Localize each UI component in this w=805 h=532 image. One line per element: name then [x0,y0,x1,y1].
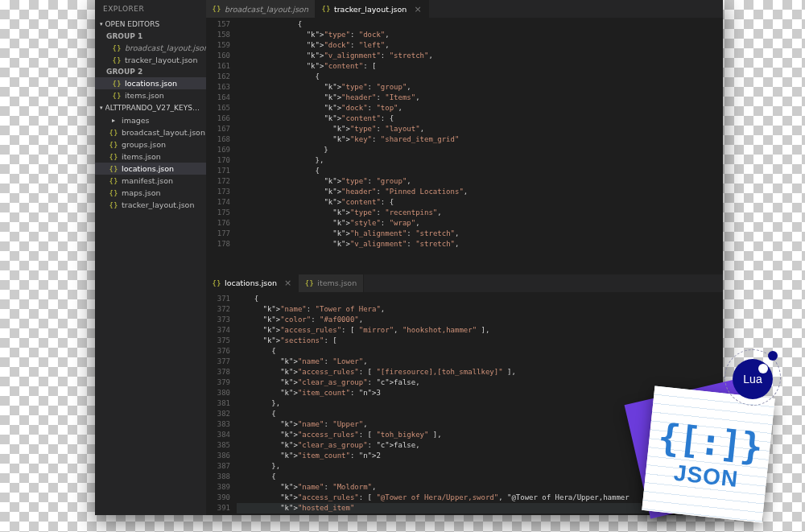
lua-planet: Lua [733,359,773,399]
open-editors-header[interactable]: ▾ OPEN EDITORS [95,18,206,31]
project-file[interactable]: {} locations.json [95,163,206,175]
project-header[interactable]: ▾ ALTTPRANDO_V27_KEYSANITY_LI… [95,101,206,114]
code-pane-top[interactable]: 157 158 159 160 161 162 163 164 165 166 … [206,18,723,274]
json-icon: {} [109,141,118,149]
close-icon[interactable]: × [414,4,421,14]
json-icon: {} [109,189,118,197]
chevron-right-icon: ▸ [109,117,118,125]
project-file[interactable]: {} manifest.json [95,175,206,187]
json-icon: {} [113,44,121,52]
close-icon[interactable]: × [284,278,291,288]
file-name: groups.json [122,140,166,149]
tab-broadcast-layout[interactable]: {} broadcast_layout.json [206,0,316,18]
line-gutter: 157 158 159 160 161 162 163 164 165 166 … [206,18,237,274]
tab-bar-bottom: {} locations.json × {} items.json [206,274,723,292]
project-file[interactable]: {} groups.json [95,138,206,151]
json-icon: {} [322,5,330,13]
json-icon: {} [109,153,118,161]
file-name: items.json [122,152,161,161]
json-icon: {} [113,56,121,64]
tab-label: items.json [317,278,357,287]
json-icon: {} [113,80,121,88]
tab-tracker-layout[interactable]: {} tracker_layout.json × [316,0,429,18]
tab-label: broadcast_layout.json [225,5,308,14]
group1-label: GROUP 1 [95,31,206,42]
json-icon: {} [213,5,221,13]
group2-label: GROUP 2 [95,66,206,77]
json-icon: {} [305,279,313,287]
json-icon: {} [109,165,118,173]
json-icon: {} [113,92,121,100]
open-editors-label: OPEN EDITORS [105,20,160,28]
file-name: broadcast_layout.json [122,128,205,137]
tab-bar-top: {} broadcast_layout.json {} tracker_layo… [206,0,723,18]
file-name: broadcast_layout.json [125,43,206,52]
explorer-sidebar: EXPLORER ▾ OPEN EDITORS GROUP 1 {} broad… [95,0,206,515]
lua-text: Lua [743,373,762,386]
project-file[interactable]: {} broadcast_layout.json [95,126,206,138]
json-glyph: {[:]} [656,414,763,468]
json-icon: {} [109,201,118,209]
file-name: locations.json [122,164,174,173]
tab-label: tracker_layout.json [334,5,407,14]
code-content[interactable]: { "k">"type": "dock", "k">"dock": "left"… [237,18,723,274]
file-name: tracker_layout.json [125,56,197,64]
tab-label: locations.json [225,278,277,287]
json-card: {[:]} JSON [642,386,774,523]
file-name: items.json [125,91,164,100]
lua-crater [758,364,768,373]
line-gutter: 371 372 373 374 375 376 377 378 379 380 … [206,292,237,515]
json-icon: {} [109,177,118,185]
json-icon: {} [213,279,221,287]
chevron-down-icon: ▾ [100,21,103,27]
open-editor-file[interactable]: {} locations.json [95,77,206,89]
project-file[interactable]: {} maps.json [95,187,206,199]
lua-moon [768,351,778,361]
project-file[interactable]: {} items.json [95,151,206,163]
decor-overlay: {[:]} JSON Lua [592,343,769,520]
tab-locations[interactable]: {} locations.json × [206,274,299,292]
lua-badge: Lua [724,349,781,406]
folder-name: images [122,116,150,125]
project-name: ALTTPRANDO_V27_KEYSANITY_LI… [105,104,201,112]
project-folder[interactable]: ▸ images [95,114,206,126]
tab-items[interactable]: {} items.json [299,274,364,292]
file-name: locations.json [125,79,177,88]
open-editor-file[interactable]: {} tracker_layout.json [95,54,206,66]
open-editor-file[interactable]: {} items.json [95,89,206,101]
open-editor-file[interactable]: {} broadcast_layout.json [95,42,206,54]
explorer-title: EXPLORER [95,0,206,18]
file-name: tracker_layout.json [122,200,194,209]
json-icon: {} [109,129,118,137]
file-name: maps.json [122,188,161,197]
chevron-down-icon: ▾ [100,105,103,111]
project-file[interactable]: {} tracker_layout.json [95,199,206,211]
file-name: manifest.json [122,176,173,185]
